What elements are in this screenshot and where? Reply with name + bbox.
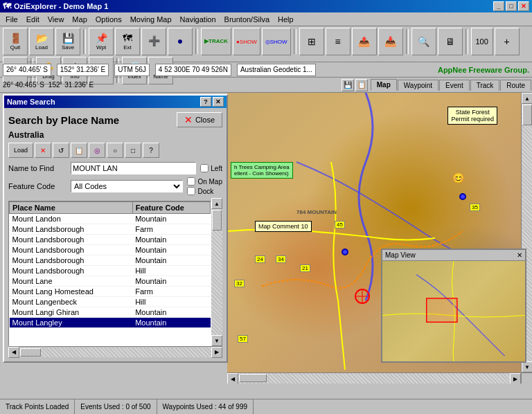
zoom-in-btn[interactable]: + [495, 28, 520, 55]
h-scroll-thumb[interactable] [20, 348, 41, 357]
dialog-heading: Search by Place Name [8, 114, 119, 126]
load-button[interactable]: 📂 Load [29, 28, 54, 55]
gshow-btn[interactable]: ◎SHOW [262, 28, 291, 55]
table-row[interactable]: Mount LandonMountain [10, 214, 211, 224]
zoom-display[interactable]: 100 [471, 28, 493, 55]
table-vertical-scrollbar[interactable]: ▲ ▼ [211, 198, 222, 346]
tab-route[interactable]: Route [500, 80, 531, 91]
menu-navigation[interactable]: Navigation [176, 14, 220, 25]
map-hscroll-right[interactable]: ▶ [510, 373, 521, 384]
h-scroll-track[interactable] [19, 348, 211, 357]
place-name-cell: Mount Langi Ghiran [10, 307, 133, 318]
map-hscroll-thumb[interactable] [239, 374, 267, 382]
status-lon: 152° 31.236' E [48, 81, 94, 89]
feature-code-cell: Farm [132, 287, 210, 297]
onmap-dock-checkboxes: On Map Dock [187, 177, 222, 195]
left-checkbox[interactable] [200, 164, 209, 172]
map-vscroll-thumb[interactable] [522, 105, 532, 125]
map-area[interactable]: State ForestPermit required h Trees Camp… [227, 93, 532, 384]
name-find-input[interactable] [71, 162, 196, 174]
scroll-track[interactable] [211, 209, 222, 335]
track-btn[interactable]: ▶TRACK [201, 28, 231, 55]
dialog-content: Search by Place Name ✕ Close Australia L… [4, 108, 227, 361]
add-button[interactable]: ➕ [141, 28, 166, 55]
waypoint-blue-1[interactable] [342, 249, 348, 255]
grid-btn[interactable]: ⊞ [299, 28, 324, 55]
minimize-button[interactable]: _ [493, 1, 504, 11]
menu-map[interactable]: Map [68, 14, 91, 25]
dialog-copy-button[interactable]: 📋 [71, 143, 87, 158]
table-row[interactable]: Mount LandsboroughHill [10, 266, 211, 276]
table-row[interactable]: Mount LandsboroughMountain [10, 245, 211, 255]
dock-checkbox[interactable] [187, 187, 195, 195]
tab-map[interactable]: Map [371, 79, 397, 91]
map-scroll-up[interactable]: ▲ [522, 93, 532, 104]
circle-button[interactable]: ● [168, 28, 193, 55]
dialog-help-button[interactable]: ? [200, 97, 211, 107]
dialog-refresh-button[interactable]: ↺ [53, 143, 69, 158]
dialog-circle-button[interactable]: ○ [107, 143, 123, 158]
h-scroll-left-button[interactable]: ◀ [8, 347, 19, 358]
tab-waypoint[interactable]: Waypoint [398, 80, 438, 91]
maximize-button[interactable]: □ [506, 1, 517, 11]
dialog-close-btn[interactable]: ✕ Close [177, 112, 222, 127]
title-bar-controls[interactable]: _ □ ✕ [493, 1, 529, 11]
map-scroll-down[interactable]: ▼ [522, 361, 532, 372]
map-hscroll-track[interactable] [238, 373, 510, 384]
datum-display: Australian Geodetic 1... [237, 64, 316, 76]
scroll-thumb[interactable] [212, 210, 222, 231]
save-button[interactable]: 💾 Save [55, 28, 80, 55]
map-view-close-btn[interactable]: ✕ [517, 251, 522, 259]
import-btn[interactable]: 📥 [378, 28, 403, 55]
h-scroll-right-button[interactable]: ▶ [211, 347, 222, 358]
dialog-delete-button[interactable]: ✕ [35, 143, 51, 158]
table-horizontal-scrollbar[interactable]: ◀ ▶ [8, 346, 222, 357]
search-btn[interactable]: 🔍 [411, 28, 436, 55]
table-row[interactable]: Mount LandsboroughMountain [10, 255, 211, 266]
menu-brunton[interactable]: Brunton/Silva [220, 14, 274, 25]
table-row[interactable]: Mount Langi GhiranMountain [10, 307, 211, 318]
table-row[interactable]: Mount LangenbeckHill [10, 297, 211, 307]
tab-event[interactable]: Event [439, 80, 470, 91]
onmap-checkbox[interactable] [187, 177, 195, 186]
dialog-title-buttons[interactable]: ? ✕ [200, 97, 224, 107]
table-row[interactable]: Mount LandsboroughMountain [10, 235, 211, 245]
menu-view[interactable]: View [44, 14, 69, 25]
map-view-content[interactable] [382, 261, 525, 361]
export-btn[interactable]: 📤 [352, 28, 377, 55]
table-row[interactable]: Mount LandsboroughFarm [10, 224, 211, 235]
status-icon-1[interactable]: 💾 [342, 79, 354, 91]
status-icon-2[interactable]: 📋 [355, 79, 368, 91]
close-button[interactable]: ✕ [518, 1, 529, 11]
waypoint-blue-2[interactable] [459, 193, 466, 200]
menu-edit[interactable]: Edit [22, 14, 44, 25]
oshow-btn[interactable]: ●SHOW [233, 28, 260, 55]
dialog-square-button[interactable]: □ [125, 143, 141, 158]
lines-btn[interactable]: ≡ [326, 28, 351, 55]
table-row[interactable]: Mount Lang HomesteadFarm [10, 287, 211, 297]
monitor-btn[interactable]: 🖥 [438, 28, 463, 55]
scroll-up-button[interactable]: ▲ [211, 198, 222, 209]
quit-button[interactable]: 🚪 Quit [3, 28, 28, 55]
scroll-down-button[interactable]: ▼ [211, 335, 222, 346]
map-horizontal-scrollbar[interactable]: ◀ ▶ [227, 372, 521, 384]
dialog-question-button[interactable]: ? [143, 143, 159, 158]
results-table-container[interactable]: Place Name Feature Code Mount LandonMoun… [8, 201, 211, 346]
wpt-button[interactable]: 📌 Wpt [89, 28, 114, 55]
map-hscroll-left[interactable]: ◀ [227, 373, 238, 384]
dialog-target-button[interactable]: ◎ [89, 143, 105, 158]
col-feature-code: Feature Code [132, 202, 210, 214]
dialog-close-button[interactable]: ✕ [213, 97, 224, 107]
ext-button[interactable]: 🗺 Ext [115, 28, 140, 55]
menu-help[interactable]: Help [274, 14, 298, 25]
menu-file[interactable]: File [1, 14, 22, 25]
waypoint-smiley[interactable]: 😊 [452, 172, 459, 179]
toolbar-separator-2 [195, 29, 198, 54]
feature-code-select[interactable]: All Codes [71, 180, 183, 192]
menu-options[interactable]: Options [91, 14, 126, 25]
table-row[interactable]: Mount LaneMountain [10, 276, 211, 287]
table-row-selected[interactable]: Mount LangleyMountain [10, 318, 211, 328]
menu-moving-map[interactable]: Moving Map [126, 14, 176, 25]
tab-track[interactable]: Track [470, 80, 500, 91]
dialog-load-button[interactable]: Load [8, 143, 33, 158]
